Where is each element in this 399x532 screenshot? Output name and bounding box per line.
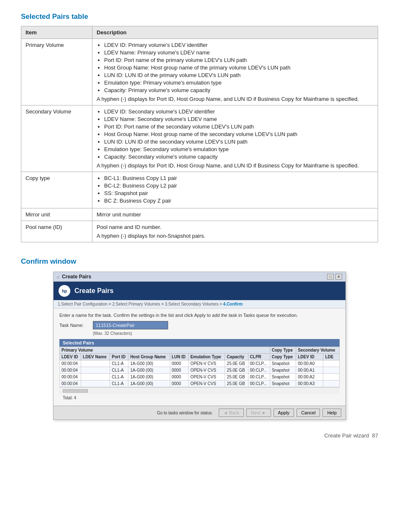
table-row: Primary Volume LDEV ID: Primary volume's… bbox=[21, 39, 378, 105]
selected-pairs-label: Selected Pairs bbox=[59, 339, 340, 347]
row-item-primary: Primary Volume bbox=[21, 39, 92, 105]
hp-logo: hp bbox=[59, 285, 70, 297]
back-button[interactable]: ◄ Back bbox=[219, 409, 244, 417]
apply-button[interactable]: Apply bbox=[274, 409, 294, 417]
confirm-window-section: Confirm window ⌂ Create Pairs □ × hp Cre… bbox=[21, 257, 378, 420]
row-desc-pool: Pool name and ID number. A hyphen (-) di… bbox=[92, 221, 378, 242]
th-ldev-id-s: LDEV ID bbox=[296, 354, 323, 360]
help-button[interactable]: Help bbox=[322, 409, 341, 417]
selected-pairs-section: Selected Pairs table Item Description Pr… bbox=[21, 13, 378, 242]
dialog-title: Create Pairs bbox=[62, 274, 91, 280]
cancel-button[interactable]: Cancel bbox=[297, 409, 320, 417]
selected-pairs-title: Selected Pairs table bbox=[21, 13, 378, 21]
dialog-action-bar: Go to tasks window for status: ◄ Back Ne… bbox=[54, 406, 345, 419]
dialog-window: ⌂ Create Pairs □ × hp Create Pairs 1.Sel… bbox=[53, 272, 346, 420]
th-lun-id-p: LUN ID bbox=[170, 354, 189, 360]
th-capacity-p: Capacity bbox=[225, 354, 248, 360]
dialog-header-bar: hp Create Pairs bbox=[54, 282, 345, 300]
dialog-titlebar: ⌂ Create Pairs □ × bbox=[54, 272, 345, 282]
data-table-container[interactable]: Primary Volume Copy Type Secondary Volum… bbox=[59, 347, 340, 387]
th-emulation-p: Emulation Type bbox=[189, 354, 225, 360]
row-item-secondary: Secondary Volume bbox=[21, 105, 92, 172]
breadcrumb-step-1: 1.Select Pair Configuration bbox=[58, 302, 107, 306]
breadcrumb-step-4: 4.Confirm bbox=[223, 302, 243, 306]
th-lde-s: LDE bbox=[323, 354, 340, 360]
dialog-footer-scrollbar[interactable] bbox=[59, 387, 340, 394]
goto-tasks-label: Go to tasks window for status: bbox=[157, 411, 212, 415]
dialog-data-table: Primary Volume Copy Type Secondary Volum… bbox=[59, 347, 340, 387]
table-row: Mirror unit Mirror unit number bbox=[21, 208, 378, 221]
dialog-body: Enter a name for the task. Confirm the s… bbox=[54, 308, 345, 406]
th-ldev-name-p: LDEV Name bbox=[81, 354, 110, 360]
col-header-item: Item bbox=[21, 26, 92, 39]
task-name-input[interactable] bbox=[93, 321, 168, 329]
breadcrumb-step-3: 3.Select Secondary Volumes bbox=[165, 302, 218, 306]
copy-type-group-header: Copy Type bbox=[270, 347, 296, 354]
row-desc-mirror: Mirror unit number bbox=[92, 208, 378, 221]
minimize-button[interactable]: □ bbox=[327, 274, 334, 280]
row-item-copytype: Copy type bbox=[21, 172, 92, 208]
th-ldev-id-p: LDEV ID bbox=[60, 354, 81, 360]
dialog-icon: ⌂ bbox=[57, 275, 59, 279]
table-row: Secondary Volume LDEV ID: Secondary volu… bbox=[21, 105, 378, 172]
table-row: Copy type BC-L1: Business Copy L1 pair B… bbox=[21, 172, 378, 208]
table-row: Pool name (ID) Pool name and ID number. … bbox=[21, 221, 378, 242]
dialog-instruction: Enter a name for the task. Confirm the s… bbox=[59, 313, 340, 318]
secondary-volume-group-header: Secondary Volume bbox=[296, 347, 340, 354]
primary-volume-group-header: Primary Volume bbox=[60, 347, 270, 354]
row-desc-secondary: LDEV ID: Secondary volume's LDEV identif… bbox=[92, 105, 378, 172]
dialog-window-controls[interactable]: □ × bbox=[327, 274, 342, 280]
row-item-pool: Pool name (ID) bbox=[21, 221, 92, 242]
breadcrumb: 1.Select Pair Configuration > 2.Select P… bbox=[54, 300, 345, 308]
total-count: Total: 4 bbox=[59, 394, 340, 401]
dialog-header-title: Create Pairs bbox=[74, 287, 113, 295]
table-row: 00:00:04 CL1-A 1A-G00 (00) 0000 OPEN-V C… bbox=[60, 380, 340, 387]
table-row: 00:00:04 CL1-A 1A-G00 (00) 0000 OPEN-V C… bbox=[60, 367, 340, 374]
row-desc-copytype: BC-L1: Business Copy L1 pair BC-L2: Busi… bbox=[92, 172, 378, 208]
horizontal-scrollbar[interactable] bbox=[63, 389, 88, 393]
th-port-id-p: Port ID bbox=[110, 354, 128, 360]
close-button[interactable]: × bbox=[335, 274, 342, 280]
col-header-description: Description bbox=[92, 26, 378, 39]
task-name-label: Task Name: bbox=[59, 323, 89, 328]
th-clpr-p: CLPR bbox=[248, 354, 270, 360]
th-copy-type: Copy Type bbox=[270, 354, 296, 360]
row-item-mirror: Mirror unit bbox=[21, 208, 92, 221]
page-footer: Create Pair wizard 87 bbox=[21, 432, 378, 439]
page-number: 87 bbox=[372, 432, 378, 439]
next-button[interactable]: Next ► bbox=[246, 409, 271, 417]
breadcrumb-step-2: 2.Select Primary Volumes bbox=[112, 302, 160, 306]
task-name-max-chars: (Max. 32 Characters) bbox=[93, 331, 340, 336]
footer-text: Create Pair wizard bbox=[324, 432, 369, 439]
confirm-window-title: Confirm window bbox=[21, 257, 378, 266]
th-host-group-p: Host Group Name bbox=[128, 354, 170, 360]
task-name-row: Task Name: bbox=[59, 321, 340, 329]
row-desc-primary: LDEV ID: Primary volume's LDEV identifie… bbox=[92, 39, 378, 105]
table-row: 00:00:04 CL1-A 1A-G00 (00) 0000 OPEN-V C… bbox=[60, 374, 340, 380]
selected-pairs-table: Item Description Primary Volume LDEV ID:… bbox=[21, 26, 378, 242]
table-row: 00:00:04 CL1-A 1A-G00 (00) 0000 OPEN-V C… bbox=[60, 360, 340, 367]
